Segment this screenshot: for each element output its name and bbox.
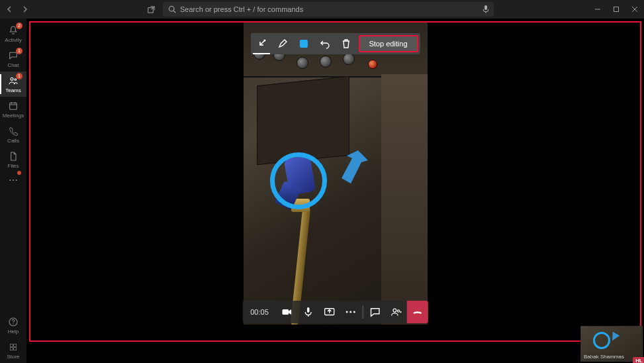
- search-placeholder: Search or press Ctrl + / for commands: [180, 5, 303, 13]
- mic-icon[interactable]: [482, 5, 490, 17]
- rail-chat[interactable]: Chat 1: [0, 46, 26, 72]
- camera-toggle-button[interactable]: [277, 301, 298, 323]
- svg-rect-20: [10, 344, 13, 346]
- arrow-tool-icon: [255, 38, 266, 49]
- svg-rect-11: [10, 103, 17, 109]
- more-icon: [8, 175, 19, 185]
- rail-store[interactable]: Store: [0, 338, 26, 363]
- svg-point-17: [16, 180, 17, 181]
- rail-files[interactable]: Files: [0, 147, 26, 172]
- mic-toggle-button[interactable]: [298, 301, 319, 323]
- color-swatch-icon: [299, 40, 307, 48]
- share-screen-button[interactable]: [319, 301, 340, 323]
- meeting-stage: Stop editing 00:05 Babak Sham: [26, 19, 644, 363]
- title-bar: Search or press Ctrl + / for commands: [0, 0, 644, 19]
- trash-icon: [341, 38, 350, 49]
- nav-back-button[interactable]: [3, 3, 16, 16]
- chat-icon: [370, 307, 381, 317]
- camera-icon: [282, 307, 293, 317]
- minimize-button[interactable]: [588, 0, 607, 19]
- svg-point-31: [353, 311, 355, 313]
- call-timer: 00:05: [242, 308, 277, 316]
- popout-icon[interactable]: [144, 3, 158, 16]
- rail-activity[interactable]: Activity 2: [0, 21, 26, 46]
- call-control-bar: 00:05: [242, 301, 428, 323]
- svg-rect-6: [614, 7, 619, 12]
- file-icon: [8, 151, 19, 162]
- svg-point-16: [13, 180, 14, 181]
- annotation-circle: [270, 152, 327, 209]
- svg-rect-3: [484, 5, 487, 10]
- self-view-pip[interactable]: Babak Shammas: [580, 326, 643, 362]
- arrow-tool-button[interactable]: [250, 33, 271, 54]
- remote-video-feed: [244, 21, 428, 325]
- search-icon: [168, 5, 176, 13]
- store-icon: [8, 342, 19, 352]
- nav-forward-button[interactable]: [19, 3, 32, 16]
- svg-point-30: [349, 311, 351, 313]
- app-rail: Activity 2 Chat 1 Teams 1 Meetings Calls…: [0, 19, 26, 363]
- svg-line-2: [173, 11, 175, 13]
- svg-point-10: [15, 78, 17, 80]
- pen-icon: [277, 38, 287, 49]
- svg-point-32: [393, 309, 396, 312]
- svg-point-19: [13, 323, 13, 324]
- chat-panel-button[interactable]: [365, 301, 386, 323]
- rail-more[interactable]: [0, 172, 26, 188]
- stop-editing-button[interactable]: Stop editing: [358, 35, 418, 52]
- mic-icon: [303, 307, 314, 317]
- svg-rect-21: [14, 344, 17, 346]
- svg-point-15: [9, 180, 11, 181]
- undo-icon: [319, 38, 330, 49]
- svg-point-29: [346, 311, 348, 313]
- svg-rect-25: [283, 309, 289, 315]
- close-button[interactable]: [625, 0, 644, 19]
- hololens-badge: HL: [633, 357, 644, 363]
- search-input[interactable]: Search or press Ctrl + / for commands: [163, 2, 494, 17]
- participants-button[interactable]: [386, 301, 407, 323]
- phone-icon: [8, 126, 19, 136]
- delete-button[interactable]: [335, 33, 356, 54]
- svg-point-24: [263, 40, 265, 42]
- rail-calls[interactable]: Calls: [0, 122, 26, 147]
- color-swatch-button[interactable]: [293, 33, 314, 54]
- more-icon: [345, 307, 356, 317]
- stop-editing-label: Stop editing: [369, 40, 407, 48]
- calendar-icon: [8, 101, 19, 111]
- hang-up-button[interactable]: [407, 301, 428, 323]
- maximize-button[interactable]: [607, 0, 625, 19]
- svg-point-1: [169, 7, 175, 12]
- share-icon: [324, 307, 335, 317]
- annotation-arrow-icon: [335, 150, 368, 193]
- rail-teams[interactable]: Teams 1: [0, 72, 26, 97]
- svg-rect-26: [307, 307, 310, 313]
- rail-meetings[interactable]: Meetings: [0, 97, 26, 122]
- editing-toolbar: Stop editing: [250, 33, 420, 54]
- pen-tool-button[interactable]: [271, 33, 293, 54]
- rail-help[interactable]: Help: [0, 313, 26, 338]
- window-controls: [588, 0, 644, 19]
- help-icon: [8, 317, 19, 327]
- undo-button[interactable]: [314, 33, 335, 54]
- more-actions-button[interactable]: [340, 301, 361, 323]
- pip-participant-name: Babak Shammas: [584, 354, 624, 360]
- people-icon: [391, 307, 402, 317]
- hangup-icon: [412, 307, 423, 317]
- svg-rect-23: [14, 347, 17, 350]
- svg-rect-22: [10, 347, 13, 350]
- svg-point-9: [11, 78, 13, 80]
- svg-point-33: [397, 310, 399, 312]
